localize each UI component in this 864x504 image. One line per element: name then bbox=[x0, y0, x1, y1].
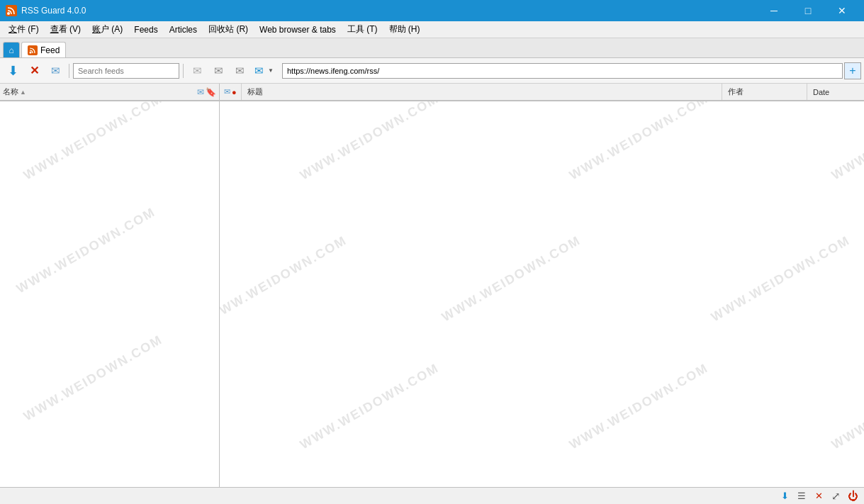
panels-row: WWW.WEIDOWN.COM WWW.WEIDOWN.COM WWW.WEID… bbox=[0, 101, 864, 487]
menu-view[interactable]: 查看 (V) bbox=[45, 21, 86, 38]
toolbar-separator-2 bbox=[183, 64, 184, 78]
close-button[interactable]: ✕ bbox=[826, 0, 858, 21]
feeds-col-name-label: 名称 bbox=[3, 86, 18, 97]
articles-date-col: Date bbox=[807, 84, 864, 100]
watermark-4: WWW.WEIDOWN.COM bbox=[298, 101, 442, 183]
search-feeds-input[interactable] bbox=[73, 63, 179, 79]
status-expand-icon[interactable]: ⤢ bbox=[829, 489, 843, 503]
feeds-panel: WWW.WEIDOWN.COM WWW.WEIDOWN.COM WWW.WEID… bbox=[0, 101, 220, 487]
feeds-col-name: 名称 ▲ bbox=[3, 86, 194, 97]
tab-bar: ⌂ Feed bbox=[0, 38, 864, 58]
menu-feeds[interactable]: Feeds bbox=[128, 21, 163, 38]
svg-point-0 bbox=[7, 12, 10, 15]
stop-button[interactable]: ✕ bbox=[24, 61, 44, 81]
feed-tab-label: Feed bbox=[40, 45, 60, 55]
svg-point-1 bbox=[30, 51, 32, 53]
feeds-unread-icon: ✉ bbox=[197, 87, 204, 97]
menu-webbrowser[interactable]: Web browser & tabs bbox=[254, 21, 342, 38]
articles-icons-col: ✉ ● bbox=[220, 84, 242, 100]
menu-articles[interactable]: Articles bbox=[164, 21, 203, 38]
app-icon bbox=[6, 5, 17, 16]
home-icon: ⌂ bbox=[9, 45, 13, 55]
watermark-12: WWW.WEIDOWN.COM bbox=[829, 361, 864, 453]
status-power-icon[interactable]: ⏻ bbox=[846, 489, 860, 503]
msg-dropdown-arrow[interactable]: ▼ bbox=[267, 61, 275, 81]
url-input[interactable]: https://news.ifeng.com/rss/ bbox=[282, 63, 843, 79]
menu-help[interactable]: 帮助 (H) bbox=[383, 21, 426, 38]
feeds-col-icons: ✉ 🔖 bbox=[197, 87, 216, 97]
articles-column-header: ✉ ● 标题 作者 Date bbox=[220, 84, 864, 101]
watermark-1: WWW.WEIDOWN.COM bbox=[21, 101, 166, 183]
articles-panel: WWW.WEIDOWN.COM WWW.WEIDOWN.COM WWW.WEID… bbox=[220, 101, 864, 487]
articles-author-col: 作者 bbox=[722, 84, 807, 100]
update-all-button[interactable]: ⬇ bbox=[3, 61, 23, 81]
feeds-column-header: 名称 ▲ ✉ 🔖 bbox=[0, 84, 220, 101]
toolbar: ⬇ ✕ ✉ ✉ ✉ ✉ ✉ ▼ https://news.ifeng.com/r… bbox=[0, 58, 864, 84]
url-go-button[interactable]: + bbox=[844, 62, 861, 79]
maximize-button[interactable]: □ bbox=[792, 0, 824, 21]
column-headers-row: 名称 ▲ ✉ 🔖 ✉ ● 标题 作者 Date bbox=[0, 84, 864, 101]
status-download-icon[interactable]: ⬇ bbox=[778, 489, 792, 503]
menu-file[interactable]: 文件 (F) bbox=[3, 21, 45, 38]
minimize-button[interactable]: ─ bbox=[758, 0, 790, 21]
articles-title-col: 标题 bbox=[242, 84, 722, 100]
watermark-7: WWW.WEIDOWN.COM bbox=[220, 233, 349, 325]
msg-important-button[interactable]: ✉ bbox=[230, 61, 249, 81]
toolbar-separator-1 bbox=[69, 64, 69, 78]
watermark-5: WWW.WEIDOWN.COM bbox=[567, 101, 712, 183]
content-wrapper: 名称 ▲ ✉ 🔖 ✉ ● 标题 作者 Date bbox=[0, 84, 864, 504]
watermark-8: WWW.WEIDOWN.COM bbox=[439, 233, 584, 325]
watermark-2: WWW.WEIDOWN.COM bbox=[14, 205, 159, 297]
msg-all-button[interactable]: ✉ bbox=[187, 61, 207, 81]
menu-tools[interactable]: 工具 (T) bbox=[342, 21, 383, 38]
watermark-3: WWW.WEIDOWN.COM bbox=[21, 332, 166, 425]
important-icon: ● bbox=[232, 88, 237, 96]
watermark-9: WWW.WEIDOWN.COM bbox=[709, 233, 853, 325]
menu-bar: 文件 (F) 查看 (V) 账户 (A) Feeds Articles 回收站 … bbox=[0, 21, 864, 38]
msg-dropdown-group: ✉ ▼ bbox=[251, 61, 275, 81]
feeds-bookmark-icon: 🔖 bbox=[206, 87, 216, 97]
rss-icon bbox=[28, 45, 38, 55]
title-bar: RSS Guard 4.0.0 ─ □ ✕ bbox=[0, 0, 864, 21]
home-tab[interactable]: ⌂ bbox=[3, 42, 20, 57]
unread-icon: ✉ bbox=[224, 87, 230, 96]
feed-tab[interactable]: Feed bbox=[21, 42, 66, 57]
watermark-10: WWW.WEIDOWN.COM bbox=[298, 361, 442, 453]
feeds-sort-indicator: ▲ bbox=[20, 89, 26, 96]
msg-dropdown-button[interactable]: ✉ bbox=[251, 61, 267, 81]
title-bar-left: RSS Guard 4.0.0 bbox=[6, 5, 86, 16]
menu-account[interactable]: 账户 (A) bbox=[86, 21, 128, 38]
watermark-6: WWW.WEIDOWN.COM bbox=[829, 101, 864, 183]
status-menu-icon[interactable]: ☰ bbox=[795, 489, 809, 503]
status-bar: ⬇ ☰ ✕ ⤢ ⏻ bbox=[0, 487, 864, 504]
msg-unread-button[interactable]: ✉ bbox=[208, 61, 228, 81]
mark-read-button[interactable]: ✉ bbox=[45, 61, 65, 81]
menu-recycle[interactable]: 回收站 (R) bbox=[203, 21, 254, 38]
app-title: RSS Guard 4.0.0 bbox=[21, 6, 86, 16]
title-bar-controls: ─ □ ✕ bbox=[758, 0, 858, 21]
status-close-icon[interactable]: ✕ bbox=[812, 489, 826, 503]
watermark-11: WWW.WEIDOWN.COM bbox=[567, 361, 712, 453]
